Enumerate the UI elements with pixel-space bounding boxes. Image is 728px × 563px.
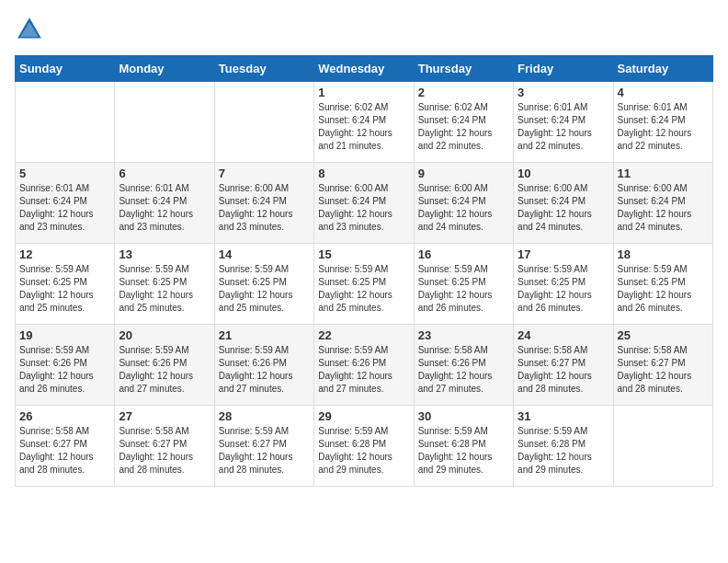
day-number: 7 xyxy=(219,167,310,180)
calendar-cell: 7Sunrise: 6:00 AM Sunset: 6:24 PM Daylig… xyxy=(214,163,313,244)
day-number: 1 xyxy=(318,86,409,99)
day-number: 2 xyxy=(418,86,509,99)
cell-info: Sunrise: 5:59 AM Sunset: 6:26 PM Dayligh… xyxy=(318,344,409,396)
cell-info: Sunrise: 5:59 AM Sunset: 6:25 PM Dayligh… xyxy=(418,263,509,315)
cell-info: Sunrise: 6:01 AM Sunset: 6:24 PM Dayligh… xyxy=(518,101,609,153)
week-row-5: 26Sunrise: 5:58 AM Sunset: 6:27 PM Dayli… xyxy=(16,406,713,487)
calendar-cell: 27Sunrise: 5:58 AM Sunset: 6:27 PM Dayli… xyxy=(115,406,214,487)
day-number: 10 xyxy=(518,167,609,180)
calendar-cell: 20Sunrise: 5:59 AM Sunset: 6:26 PM Dayli… xyxy=(115,325,214,406)
day-number: 13 xyxy=(119,247,210,261)
cell-info: Sunrise: 5:58 AM Sunset: 6:26 PM Dayligh… xyxy=(418,344,509,396)
calendar-cell: 2Sunrise: 6:02 AM Sunset: 6:24 PM Daylig… xyxy=(414,82,513,163)
day-number: 4 xyxy=(618,86,709,99)
calendar-cell: 23Sunrise: 5:58 AM Sunset: 6:26 PM Dayli… xyxy=(414,325,513,406)
cell-info: Sunrise: 5:59 AM Sunset: 6:25 PM Dayligh… xyxy=(119,263,210,315)
cell-info: Sunrise: 5:59 AM Sunset: 6:26 PM Dayligh… xyxy=(219,344,310,396)
calendar-cell: 15Sunrise: 5:59 AM Sunset: 6:25 PM Dayli… xyxy=(314,244,414,325)
cell-info: Sunrise: 5:59 AM Sunset: 6:28 PM Dayligh… xyxy=(318,425,409,477)
calendar-cell: 3Sunrise: 6:01 AM Sunset: 6:24 PM Daylig… xyxy=(514,82,613,163)
week-row-3: 12Sunrise: 5:59 AM Sunset: 6:25 PM Dayli… xyxy=(16,244,713,325)
cell-info: Sunrise: 6:00 AM Sunset: 6:24 PM Dayligh… xyxy=(219,182,310,234)
day-number: 30 xyxy=(418,409,509,423)
day-number: 18 xyxy=(618,247,709,261)
header-day-thursday: Thursday xyxy=(414,56,513,82)
logo xyxy=(15,15,48,44)
day-number: 24 xyxy=(518,328,609,342)
calendar-cell: 21Sunrise: 5:59 AM Sunset: 6:26 PM Dayli… xyxy=(214,325,313,406)
cell-info: Sunrise: 5:58 AM Sunset: 6:27 PM Dayligh… xyxy=(518,344,609,396)
cell-info: Sunrise: 5:58 AM Sunset: 6:27 PM Dayligh… xyxy=(618,344,709,396)
day-number: 15 xyxy=(318,247,409,261)
header-day-friday: Friday xyxy=(514,56,613,82)
day-number: 5 xyxy=(19,167,110,180)
day-number: 21 xyxy=(219,328,310,342)
calendar-cell: 8Sunrise: 6:00 AM Sunset: 6:24 PM Daylig… xyxy=(314,163,414,244)
day-number: 28 xyxy=(219,409,310,423)
calendar-cell: 19Sunrise: 5:59 AM Sunset: 6:26 PM Dayli… xyxy=(16,325,115,406)
day-number: 12 xyxy=(19,247,110,261)
cell-info: Sunrise: 5:59 AM Sunset: 6:25 PM Dayligh… xyxy=(618,263,709,315)
cell-info: Sunrise: 5:59 AM Sunset: 6:26 PM Dayligh… xyxy=(19,344,110,396)
cell-info: Sunrise: 5:59 AM Sunset: 6:28 PM Dayligh… xyxy=(518,425,609,477)
header-day-tuesday: Tuesday xyxy=(214,56,313,82)
day-number: 26 xyxy=(19,409,110,423)
cell-info: Sunrise: 6:02 AM Sunset: 6:24 PM Dayligh… xyxy=(318,101,409,153)
calendar-cell xyxy=(214,82,313,163)
day-number: 22 xyxy=(318,328,409,342)
cell-info: Sunrise: 6:00 AM Sunset: 6:24 PM Dayligh… xyxy=(318,182,409,234)
calendar-cell: 18Sunrise: 5:59 AM Sunset: 6:25 PM Dayli… xyxy=(613,244,712,325)
week-row-4: 19Sunrise: 5:59 AM Sunset: 6:26 PM Dayli… xyxy=(16,325,713,406)
day-number: 31 xyxy=(518,409,609,423)
day-number: 14 xyxy=(219,247,310,261)
calendar-cell: 31Sunrise: 5:59 AM Sunset: 6:28 PM Dayli… xyxy=(514,406,613,487)
cell-info: Sunrise: 5:59 AM Sunset: 6:28 PM Dayligh… xyxy=(418,425,509,477)
calendar-cell: 22Sunrise: 5:59 AM Sunset: 6:26 PM Dayli… xyxy=(314,325,414,406)
header-day-saturday: Saturday xyxy=(613,56,712,82)
calendar-cell: 17Sunrise: 5:59 AM Sunset: 6:25 PM Dayli… xyxy=(514,244,613,325)
calendar-cell: 9Sunrise: 6:00 AM Sunset: 6:24 PM Daylig… xyxy=(414,163,513,244)
calendar-cell: 16Sunrise: 5:59 AM Sunset: 6:25 PM Dayli… xyxy=(414,244,513,325)
logo-icon xyxy=(15,15,44,44)
week-row-2: 5Sunrise: 6:01 AM Sunset: 6:24 PM Daylig… xyxy=(16,163,713,244)
cell-info: Sunrise: 5:59 AM Sunset: 6:25 PM Dayligh… xyxy=(219,263,310,315)
cell-info: Sunrise: 6:02 AM Sunset: 6:24 PM Dayligh… xyxy=(418,101,509,153)
calendar-cell: 11Sunrise: 6:00 AM Sunset: 6:24 PM Dayli… xyxy=(613,163,712,244)
day-number: 6 xyxy=(119,167,210,180)
calendar-cell: 5Sunrise: 6:01 AM Sunset: 6:24 PM Daylig… xyxy=(16,163,115,244)
calendar-cell xyxy=(16,82,115,163)
day-number: 11 xyxy=(618,167,709,180)
day-number: 29 xyxy=(318,409,409,423)
calendar-cell: 14Sunrise: 5:59 AM Sunset: 6:25 PM Dayli… xyxy=(214,244,313,325)
calendar-cell: 12Sunrise: 5:59 AM Sunset: 6:25 PM Dayli… xyxy=(16,244,115,325)
cell-info: Sunrise: 6:01 AM Sunset: 6:24 PM Dayligh… xyxy=(119,182,210,234)
header-day-monday: Monday xyxy=(115,56,214,82)
cell-info: Sunrise: 6:00 AM Sunset: 6:24 PM Dayligh… xyxy=(618,182,709,234)
calendar-cell: 6Sunrise: 6:01 AM Sunset: 6:24 PM Daylig… xyxy=(115,163,214,244)
header-row: SundayMondayTuesdayWednesdayThursdayFrid… xyxy=(16,56,713,82)
calendar-table: SundayMondayTuesdayWednesdayThursdayFrid… xyxy=(15,55,713,487)
day-number: 19 xyxy=(19,328,110,342)
calendar-body: 1Sunrise: 6:02 AM Sunset: 6:24 PM Daylig… xyxy=(16,82,713,487)
header xyxy=(15,15,713,44)
cell-info: Sunrise: 6:00 AM Sunset: 6:24 PM Dayligh… xyxy=(518,182,609,234)
cell-info: Sunrise: 5:59 AM Sunset: 6:25 PM Dayligh… xyxy=(518,263,609,315)
calendar-header: SundayMondayTuesdayWednesdayThursdayFrid… xyxy=(16,56,713,82)
day-number: 27 xyxy=(119,409,210,423)
cell-info: Sunrise: 6:00 AM Sunset: 6:24 PM Dayligh… xyxy=(418,182,509,234)
week-row-1: 1Sunrise: 6:02 AM Sunset: 6:24 PM Daylig… xyxy=(16,82,713,163)
day-number: 23 xyxy=(418,328,509,342)
calendar-cell: 4Sunrise: 6:01 AM Sunset: 6:24 PM Daylig… xyxy=(613,82,712,163)
cell-info: Sunrise: 5:59 AM Sunset: 6:27 PM Dayligh… xyxy=(219,425,310,477)
cell-info: Sunrise: 6:01 AM Sunset: 6:24 PM Dayligh… xyxy=(19,182,110,234)
calendar-cell: 24Sunrise: 5:58 AM Sunset: 6:27 PM Dayli… xyxy=(514,325,613,406)
calendar-cell: 30Sunrise: 5:59 AM Sunset: 6:28 PM Dayli… xyxy=(414,406,513,487)
header-day-sunday: Sunday xyxy=(16,56,115,82)
day-number: 25 xyxy=(618,328,709,342)
calendar-cell: 28Sunrise: 5:59 AM Sunset: 6:27 PM Dayli… xyxy=(214,406,313,487)
day-number: 9 xyxy=(418,167,509,180)
cell-info: Sunrise: 5:58 AM Sunset: 6:27 PM Dayligh… xyxy=(119,425,210,477)
header-day-wednesday: Wednesday xyxy=(314,56,414,82)
calendar-cell: 10Sunrise: 6:00 AM Sunset: 6:24 PM Dayli… xyxy=(514,163,613,244)
cell-info: Sunrise: 6:01 AM Sunset: 6:24 PM Dayligh… xyxy=(618,101,709,153)
